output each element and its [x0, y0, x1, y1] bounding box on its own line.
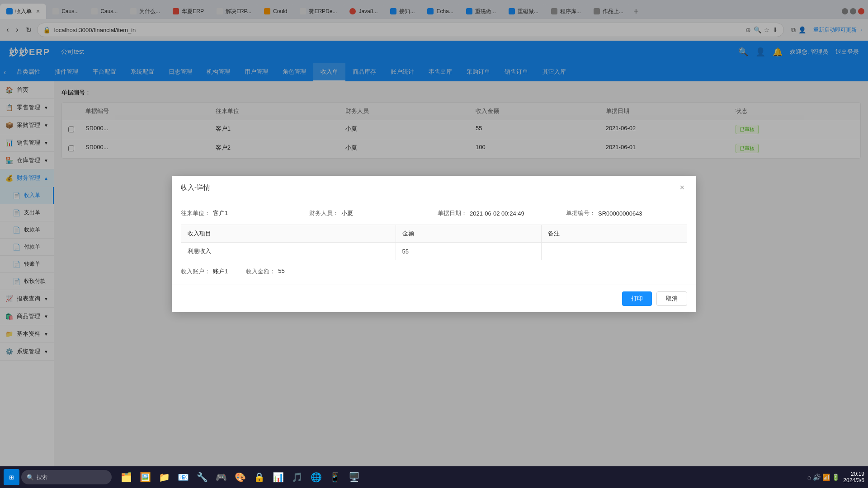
- modal-from-info: 往来单位： 客户1: [181, 209, 302, 217]
- modal-header: 收入-详情 ×: [172, 176, 696, 200]
- time-display: 20:19: [843, 471, 864, 477]
- taskbar-app-explorer[interactable]: 🗂️: [117, 468, 135, 486]
- taskbar-app-music[interactable]: 🎵: [288, 468, 306, 486]
- modal-title: 收入-详情: [181, 183, 210, 192]
- modal-staff-info: 财务人员： 小夏: [309, 209, 430, 217]
- detail-modal: 收入-详情 × 往来单位： 客户1 财务人员： 小夏 单据日期： 2021-06…: [172, 176, 696, 312]
- battery-icon: 🔋: [832, 474, 840, 481]
- network-icon[interactable]: 📶: [822, 474, 830, 481]
- sys-icons: ⌂ 🔊 📶 🔋: [807, 474, 840, 481]
- total-label: 收入金额：: [246, 267, 275, 276]
- detail-table: 收入项目 金额 备注 利息收入 55: [181, 225, 687, 260]
- date-value: 2021-06-02 00:24:49: [470, 210, 524, 217]
- modal-footer-info: 收入账户： 账户1 收入金额： 55: [181, 267, 687, 276]
- account-info: 收入账户： 账户1: [181, 267, 228, 276]
- win-icon: ⌂: [807, 474, 811, 481]
- modal-close-button[interactable]: ×: [677, 182, 687, 193]
- taskbar-apps: 🗂️ 🖼️ 📁 📧 🔧 🎮 🎨 🔒 📊 🎵 🌐 📱 🖥️: [117, 468, 363, 486]
- from-value: 客户1: [213, 209, 228, 217]
- taskbar-clock[interactable]: 20:19 2024/3/6: [843, 471, 864, 483]
- col-item: 收入项目: [181, 225, 396, 243]
- account-label: 收入账户：: [181, 267, 210, 276]
- taskbar-search[interactable]: 🔍 搜索: [21, 470, 112, 484]
- modal-overlay: 收入-详情 × 往来单位： 客户1 财务人员： 小夏 单据日期： 2021-06…: [0, 0, 868, 488]
- taskbar-app-chart[interactable]: 📊: [269, 468, 287, 486]
- detail-note: [541, 243, 687, 260]
- detail-row: 利息收入 55: [181, 243, 687, 260]
- taskbar-app-art[interactable]: 🎨: [231, 468, 249, 486]
- modal-number-info: 单据编号： SR00000000643: [566, 209, 687, 217]
- staff-label: 财务人员：: [309, 209, 339, 217]
- date-display: 2024/3/6: [843, 477, 864, 483]
- col-amount: 金额: [396, 225, 541, 243]
- modal-info-row: 往来单位： 客户1 财务人员： 小夏 单据日期： 2021-06-02 00:2…: [181, 209, 687, 217]
- taskbar-app-photos[interactable]: 🖼️: [136, 468, 154, 486]
- taskbar-app-tools[interactable]: 🔧: [193, 468, 211, 486]
- taskbar-app-mail[interactable]: 📧: [174, 468, 192, 486]
- detail-amount: 55: [396, 243, 541, 260]
- date-label: 单据日期：: [438, 209, 467, 217]
- taskbar-app-game[interactable]: 🎮: [212, 468, 230, 486]
- total-info: 收入金额： 55: [246, 267, 284, 276]
- modal-footer: 打印 取消: [172, 285, 696, 312]
- modal-body: 往来单位： 客户1 财务人员： 小夏 单据日期： 2021-06-02 00:2…: [172, 200, 696, 285]
- col-note: 备注: [541, 225, 687, 243]
- print-button[interactable]: 打印: [622, 291, 652, 306]
- taskbar-app-phone[interactable]: 📱: [326, 468, 344, 486]
- number-value: SR00000000643: [598, 210, 642, 217]
- detail-item: 利息收入: [181, 243, 396, 260]
- account-value: 账户1: [213, 267, 228, 276]
- start-button[interactable]: ⊞: [4, 469, 19, 485]
- taskbar-app-monitor[interactable]: 🖥️: [345, 468, 363, 486]
- taskbar-app-files[interactable]: 📁: [155, 468, 173, 486]
- search-icon-taskbar: 🔍: [27, 474, 34, 481]
- taskbar-app-web[interactable]: 🌐: [307, 468, 325, 486]
- taskbar-app-lock[interactable]: 🔒: [250, 468, 268, 486]
- from-label: 往来单位：: [181, 209, 210, 217]
- total-value: 55: [278, 267, 284, 276]
- taskbar-search-text: 搜索: [37, 474, 47, 481]
- staff-value: 小夏: [341, 209, 353, 217]
- volume-icon[interactable]: 🔊: [813, 474, 821, 481]
- taskbar: ⊞ 🔍 搜索 🗂️ 🖼️ 📁 📧 🔧 🎮 🎨 🔒 📊 🎵 🌐 📱 🖥️ ⌂ 🔊 …: [0, 466, 868, 488]
- number-label: 单据编号：: [566, 209, 595, 217]
- cancel-button[interactable]: 取消: [656, 291, 687, 306]
- modal-date-info: 单据日期： 2021-06-02 00:24:49: [438, 209, 559, 217]
- taskbar-right: ⌂ 🔊 📶 🔋 20:19 2024/3/6: [807, 471, 864, 483]
